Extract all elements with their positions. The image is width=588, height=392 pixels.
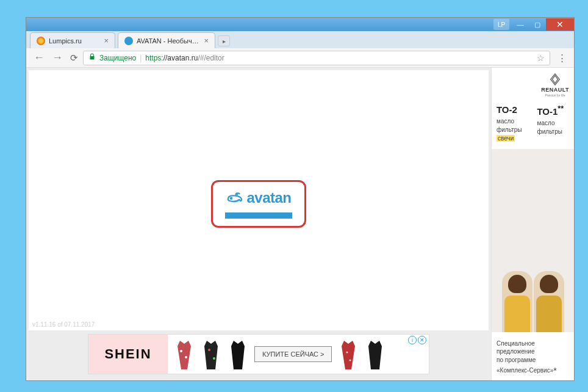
service-title: ТО-2 <box>497 104 529 115</box>
url-divider: | <box>140 54 142 62</box>
renault-logo: RENAULT Passion for life <box>541 73 569 97</box>
whale-icon <box>226 191 244 205</box>
ad-footer-text: Специальное предложение по программе «Ко… <box>492 336 574 380</box>
adchoices-icon[interactable]: i <box>408 336 417 344</box>
reload-button[interactable]: ⟳ <box>70 53 78 64</box>
bookmark-star-icon[interactable]: ☆ <box>537 53 545 63</box>
browser-window: LP — ▢ ✕ Lumpics.ru × AVATAN - Необычный… <box>26 17 575 381</box>
ad-cta-button[interactable]: КУПИТЕ СЕЙЧАС > <box>254 346 332 362</box>
nav-forward-button[interactable]: → <box>49 51 65 64</box>
ad-photo <box>492 149 574 332</box>
service-item: масло <box>537 119 570 128</box>
new-tab-button[interactable]: ▸ <box>218 35 230 46</box>
page-main: avatan v1.11.16 of 07.11.2017 i ✕ SHEIN <box>26 68 491 380</box>
tab-avatan[interactable]: AVATAN - Необычный Ф × <box>118 32 215 48</box>
svg-point-5 <box>346 352 348 354</box>
shein-logo: SHEIN <box>88 335 168 374</box>
tab-strip: Lumpics.ru × AVATAN - Необычный Ф × ▸ <box>26 31 574 48</box>
tab-lumpics[interactable]: Lumpics.ru × <box>30 32 115 48</box>
browser-menu-button[interactable]: ⋮ <box>555 53 569 64</box>
side-ad-banner[interactable]: RENAULT Passion for life ТО-2 масло филь… <box>491 68 574 380</box>
bottom-ad-region: i ✕ SHEIN КУПИТЕ СЕЙЧАС > <box>29 330 489 378</box>
svg-point-6 <box>350 360 351 361</box>
product-image <box>201 339 221 369</box>
lp-badge: LP <box>493 19 509 30</box>
tab-title: Lumpics.ru <box>49 37 100 45</box>
lock-icon <box>88 53 96 62</box>
service-item: фильтры <box>497 126 529 134</box>
url-host: ://avatan.ru <box>161 54 198 62</box>
favicon-lumpics-icon <box>37 37 45 45</box>
secure-label: Защищено <box>99 54 136 62</box>
page-content: avatan v1.11.16 of 07.11.2017 i ✕ SHEIN <box>26 68 574 380</box>
url-field[interactable]: Защищено | https://avatan.ru/#/editor ☆ <box>83 51 550 65</box>
svg-point-1 <box>180 350 182 352</box>
url-scheme: https <box>145 54 161 62</box>
address-bar: ← → ⟳ Защищено | https://avatan.ru/#/edi… <box>26 48 574 68</box>
window-maximize-button[interactable]: ▢ <box>529 18 546 31</box>
tab-close-icon[interactable]: × <box>104 36 109 45</box>
window-close-button[interactable]: ✕ <box>546 18 574 31</box>
ad-photo-person <box>534 271 564 332</box>
window-titlebar: LP — ▢ ✕ <box>26 18 574 31</box>
svg-point-3 <box>208 349 210 351</box>
svg-point-4 <box>213 357 215 360</box>
renault-diamond-icon <box>548 73 562 86</box>
bottom-ad-banner[interactable]: i ✕ SHEIN КУПИТЕ СЕЙЧАС > <box>88 334 429 374</box>
service-item-highlighted: свечи <box>497 135 515 142</box>
service-title: ТО-1** <box>537 104 570 117</box>
service-item: фильтры <box>537 128 570 136</box>
service-item: масло <box>497 117 529 126</box>
loading-progress-bar <box>225 212 292 219</box>
nav-back-button[interactable]: ← <box>31 51 47 64</box>
product-image <box>338 339 359 369</box>
loading-indicator-highlight: avatan <box>211 180 306 228</box>
product-image <box>174 339 195 369</box>
window-minimize-button[interactable]: — <box>512 18 529 31</box>
url-path: /#/editor <box>198 54 224 62</box>
ad-photo-person <box>502 271 532 332</box>
tab-title: AVATAN - Необычный Ф <box>137 37 200 45</box>
favicon-avatan-icon <box>124 37 133 45</box>
version-label: v1.11.16 of 07.11.2017 <box>32 321 95 328</box>
avatan-logo: avatan <box>226 189 291 206</box>
ad-service-columns: ТО-2 масло фильтры свечи ТО-1** масло фи… <box>492 98 574 143</box>
product-image <box>228 339 248 369</box>
tab-close-icon[interactable]: × <box>204 36 209 45</box>
ad-close-icon[interactable]: ✕ <box>418 336 426 344</box>
avatan-brand-text: avatan <box>246 189 291 206</box>
svg-point-2 <box>185 356 187 358</box>
ad-products <box>332 339 392 369</box>
svg-point-0 <box>231 198 232 199</box>
editor-canvas: avatan v1.11.16 of 07.11.2017 <box>29 70 489 330</box>
ad-products <box>168 339 254 369</box>
product-image <box>365 339 385 369</box>
